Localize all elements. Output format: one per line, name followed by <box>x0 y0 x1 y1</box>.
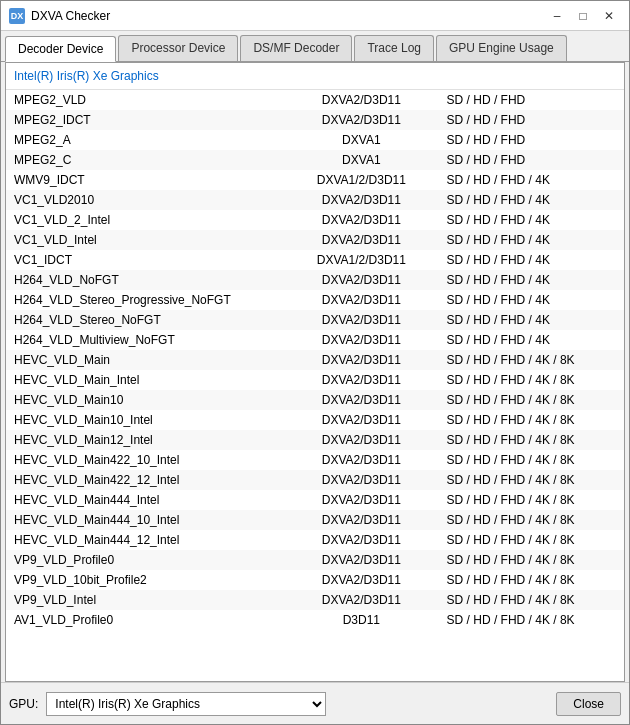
codec-api: DXVA2/D3D11 <box>284 530 439 550</box>
codec-resolution: SD / HD / FHD / 4K / 8K <box>439 410 624 430</box>
codec-name: VP9_VLD_10bit_Profile2 <box>6 570 284 590</box>
tab-dsmf[interactable]: DS/MF Decoder <box>240 35 352 61</box>
gpu-dropdown[interactable]: Intel(R) Iris(R) Xe Graphics <box>46 692 326 716</box>
table-row: HEVC_VLD_Main10_Intel DXVA2/D3D11 SD / H… <box>6 410 624 430</box>
maximize-button[interactable]: □ <box>571 6 595 26</box>
codec-name: HEVC_VLD_Main444_12_Intel <box>6 530 284 550</box>
codec-api: DXVA2/D3D11 <box>284 550 439 570</box>
codec-api: DXVA2/D3D11 <box>284 330 439 350</box>
table-row: HEVC_VLD_Main444_Intel DXVA2/D3D11 SD / … <box>6 490 624 510</box>
codec-resolution: SD / HD / FHD / 4K <box>439 170 624 190</box>
codec-resolution: SD / HD / FHD / 4K / 8K <box>439 470 624 490</box>
codec-name: MPEG2_VLD <box>6 90 284 110</box>
table-row: HEVC_VLD_Main12_Intel DXVA2/D3D11 SD / H… <box>6 430 624 450</box>
codec-resolution: SD / HD / FHD / 4K <box>439 290 624 310</box>
codec-resolution: SD / HD / FHD / 4K <box>439 330 624 350</box>
codec-resolution: SD / HD / FHD / 4K <box>439 250 624 270</box>
codec-name: HEVC_VLD_Main422_12_Intel <box>6 470 284 490</box>
codec-name: HEVC_VLD_Main422_10_Intel <box>6 450 284 470</box>
gpu-name-header: Intel(R) Iris(R) Xe Graphics <box>6 63 624 90</box>
tab-bar: Decoder Device Processor Device DS/MF De… <box>1 31 629 62</box>
codec-name: AV1_VLD_Profile0 <box>6 610 284 630</box>
codec-name: HEVC_VLD_Main10 <box>6 390 284 410</box>
codec-resolution: SD / HD / FHD / 4K <box>439 210 624 230</box>
codec-api: DXVA2/D3D11 <box>284 310 439 330</box>
tab-gpu[interactable]: GPU Engine Usage <box>436 35 567 61</box>
codec-api: DXVA1 <box>284 150 439 170</box>
table-row: VC1_VLD_2_Intel DXVA2/D3D11 SD / HD / FH… <box>6 210 624 230</box>
codec-resolution: SD / HD / FHD <box>439 110 624 130</box>
table-row: VC1_IDCT DXVA1/2/D3D11 SD / HD / FHD / 4… <box>6 250 624 270</box>
table-row: H264_VLD_Stereo_NoFGT DXVA2/D3D11 SD / H… <box>6 310 624 330</box>
content-area: Intel(R) Iris(R) Xe Graphics MPEG2_VLD D… <box>5 62 625 682</box>
table-row: HEVC_VLD_Main422_10_Intel DXVA2/D3D11 SD… <box>6 450 624 470</box>
codec-api: DXVA2/D3D11 <box>284 430 439 450</box>
codec-resolution: SD / HD / FHD / 4K / 8K <box>439 450 624 470</box>
codec-name: HEVC_VLD_Main10_Intel <box>6 410 284 430</box>
codec-resolution: SD / HD / FHD / 4K / 8K <box>439 490 624 510</box>
codec-resolution: SD / HD / FHD / 4K / 8K <box>439 530 624 550</box>
bottom-bar: GPU: Intel(R) Iris(R) Xe Graphics Close <box>1 682 629 724</box>
codec-resolution: SD / HD / FHD / 4K / 8K <box>439 550 624 570</box>
table-row: AV1_VLD_Profile0 D3D11 SD / HD / FHD / 4… <box>6 610 624 630</box>
codec-api: DXVA2/D3D11 <box>284 210 439 230</box>
table-row: H264_VLD_Multiview_NoFGT DXVA2/D3D11 SD … <box>6 330 624 350</box>
codec-resolution: SD / HD / FHD / 4K <box>439 230 624 250</box>
codec-resolution: SD / HD / FHD / 4K / 8K <box>439 350 624 370</box>
codec-api: DXVA2/D3D11 <box>284 270 439 290</box>
codec-api: DXVA2/D3D11 <box>284 370 439 390</box>
codec-table: MPEG2_VLD DXVA2/D3D11 SD / HD / FHD MPEG… <box>6 90 624 630</box>
gpu-select-group: GPU: Intel(R) Iris(R) Xe Graphics <box>9 692 326 716</box>
close-button[interactable]: Close <box>556 692 621 716</box>
codec-resolution: SD / HD / FHD / 4K / 8K <box>439 570 624 590</box>
codec-name: HEVC_VLD_Main_Intel <box>6 370 284 390</box>
codec-table-container[interactable]: MPEG2_VLD DXVA2/D3D11 SD / HD / FHD MPEG… <box>6 90 624 681</box>
window-title: DXVA Checker <box>31 9 110 23</box>
codec-api: DXVA2/D3D11 <box>284 450 439 470</box>
codec-name: MPEG2_A <box>6 130 284 150</box>
codec-resolution: SD / HD / FHD / 4K <box>439 190 624 210</box>
codec-api: DXVA2/D3D11 <box>284 350 439 370</box>
table-row: VC1_VLD2010 DXVA2/D3D11 SD / HD / FHD / … <box>6 190 624 210</box>
codec-name: H264_VLD_NoFGT <box>6 270 284 290</box>
table-row: VC1_VLD_Intel DXVA2/D3D11 SD / HD / FHD … <box>6 230 624 250</box>
codec-name: HEVC_VLD_Main444_Intel <box>6 490 284 510</box>
codec-api: DXVA1/2/D3D11 <box>284 170 439 190</box>
tab-trace[interactable]: Trace Log <box>354 35 434 61</box>
codec-name: WMV9_IDCT <box>6 170 284 190</box>
codec-name: VP9_VLD_Profile0 <box>6 550 284 570</box>
codec-name: H264_VLD_Multiview_NoFGT <box>6 330 284 350</box>
table-row: VP9_VLD_Intel DXVA2/D3D11 SD / HD / FHD … <box>6 590 624 610</box>
close-window-button[interactable]: ✕ <box>597 6 621 26</box>
codec-resolution: SD / HD / FHD / 4K / 8K <box>439 590 624 610</box>
title-bar: DX DXVA Checker – □ ✕ <box>1 1 629 31</box>
codec-name: HEVC_VLD_Main444_10_Intel <box>6 510 284 530</box>
codec-resolution: SD / HD / FHD / 4K / 8K <box>439 430 624 450</box>
codec-name: H264_VLD_Stereo_Progressive_NoFGT <box>6 290 284 310</box>
codec-resolution: SD / HD / FHD <box>439 130 624 150</box>
codec-api: DXVA2/D3D11 <box>284 290 439 310</box>
codec-api: DXVA2/D3D11 <box>284 470 439 490</box>
codec-name: HEVC_VLD_Main <box>6 350 284 370</box>
codec-api: DXVA1/2/D3D11 <box>284 250 439 270</box>
codec-api: DXVA2/D3D11 <box>284 570 439 590</box>
table-row: MPEG2_VLD DXVA2/D3D11 SD / HD / FHD <box>6 90 624 110</box>
codec-api: DXVA2/D3D11 <box>284 490 439 510</box>
table-row: MPEG2_A DXVA1 SD / HD / FHD <box>6 130 624 150</box>
app-icon: DX <box>9 8 25 24</box>
codec-resolution: SD / HD / FHD / 4K / 8K <box>439 390 624 410</box>
codec-api: DXVA2/D3D11 <box>284 230 439 250</box>
codec-api: D3D11 <box>284 610 439 630</box>
table-row: H264_VLD_Stereo_Progressive_NoFGT DXVA2/… <box>6 290 624 310</box>
tab-processor[interactable]: Processor Device <box>118 35 238 61</box>
tab-decoder[interactable]: Decoder Device <box>5 36 116 62</box>
minimize-button[interactable]: – <box>545 6 569 26</box>
codec-api: DXVA2/D3D11 <box>284 390 439 410</box>
codec-name: HEVC_VLD_Main12_Intel <box>6 430 284 450</box>
table-row: WMV9_IDCT DXVA1/2/D3D11 SD / HD / FHD / … <box>6 170 624 190</box>
codec-resolution: SD / HD / FHD / 4K / 8K <box>439 510 624 530</box>
codec-resolution: SD / HD / FHD <box>439 150 624 170</box>
codec-name: VC1_VLD_Intel <box>6 230 284 250</box>
codec-name: MPEG2_C <box>6 150 284 170</box>
table-row: H264_VLD_NoFGT DXVA2/D3D11 SD / HD / FHD… <box>6 270 624 290</box>
